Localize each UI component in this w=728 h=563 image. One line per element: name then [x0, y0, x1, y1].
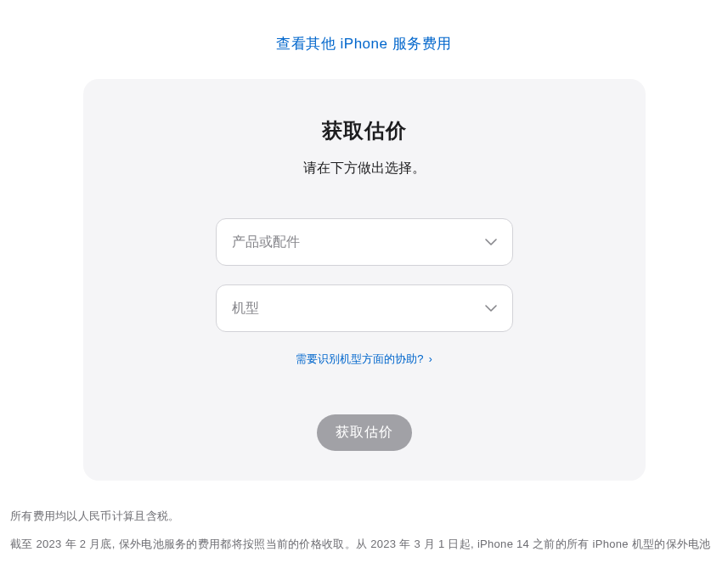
chevron-right-icon: › [426, 353, 432, 365]
footer-line-2-part1: 截至 2023 年 2 月底, 保外电池服务的费用都将按照当前的价格收取。从 2… [10, 538, 711, 563]
estimate-card: 获取估价 请在下方做出选择。 产品或配件 机型 需要识别机型方面的协助? › [83, 79, 646, 481]
footer-line-2: 截至 2023 年 2 月底, 保外电池服务的费用都将按照当前的价格收取。从 2… [10, 531, 718, 563]
help-link-row: 需要识别机型方面的协助? › [117, 351, 612, 367]
model-select-placeholder: 机型 [232, 300, 259, 318]
identify-model-help-link[interactable]: 需要识别机型方面的协助? › [296, 352, 432, 365]
card-title: 获取估价 [117, 117, 612, 144]
other-iphone-service-link[interactable]: 查看其他 iPhone 服务费用 [276, 36, 451, 52]
card-subtitle: 请在下方做出选择。 [117, 160, 612, 177]
product-select-wrapper: 产品或配件 [216, 218, 513, 266]
footer-line-1: 所有费用均以人民币计算且含税。 [10, 503, 718, 529]
chevron-down-icon [485, 305, 497, 312]
top-link-row: 查看其他 iPhone 服务费用 [8, 0, 720, 79]
help-link-label: 需要识别机型方面的协助? [296, 352, 423, 365]
product-select-placeholder: 产品或配件 [232, 234, 300, 251]
model-select-wrapper: 机型 [216, 284, 513, 332]
get-estimate-button[interactable]: 获取估价 [317, 414, 412, 451]
footer-text: 所有费用均以人民币计算且含税。 截至 2023 年 2 月底, 保外电池服务的费… [8, 481, 720, 563]
chevron-down-icon [485, 239, 497, 245]
product-select[interactable]: 产品或配件 [216, 218, 513, 266]
model-select[interactable]: 机型 [216, 284, 513, 332]
